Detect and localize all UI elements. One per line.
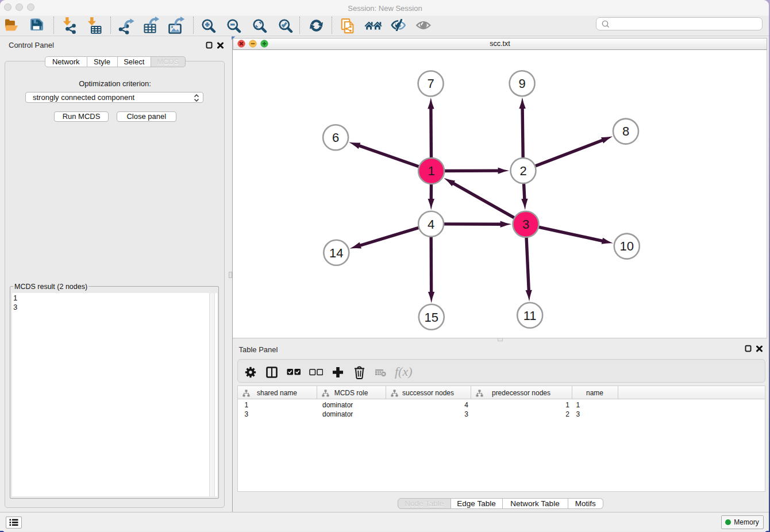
svg-text:11: 11: [523, 309, 537, 323]
svg-text:2: 2: [519, 164, 526, 178]
svg-text:8: 8: [622, 124, 629, 138]
svg-text:9: 9: [518, 76, 525, 91]
svg-text:14: 14: [329, 246, 343, 260]
svg-text:4: 4: [428, 217, 434, 232]
svg-text:1: 1: [428, 164, 434, 178]
svg-text:6: 6: [332, 130, 339, 145]
svg-text:7: 7: [427, 76, 434, 91]
svg-text:15: 15: [425, 310, 438, 325]
svg-text:3: 3: [522, 217, 529, 232]
svg-text:10: 10: [620, 239, 634, 253]
